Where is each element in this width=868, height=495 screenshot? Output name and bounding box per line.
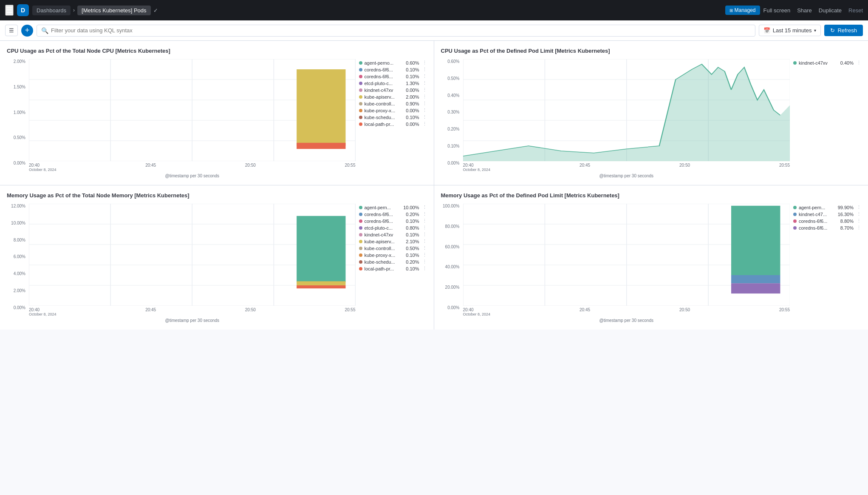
xaxis-item: 20:45 — [580, 307, 590, 316]
legend-value: 0.10% — [402, 74, 419, 79]
legend-item: agent-pern...99.90%⋮ — [793, 205, 861, 210]
legend-label: kube-schedu... — [365, 115, 399, 120]
legend-menu-icon[interactable]: ⋮ — [422, 87, 427, 93]
chart-area-cpu-pod: 0.60%0.50%0.40%0.30%0.20%0.10%0.00%20:40… — [441, 59, 862, 178]
refresh-button[interactable]: ↻ Refresh — [824, 25, 863, 36]
legend-item: agent-perno...0.60%⋮ — [359, 60, 427, 65]
legend-label: coredns-6f6... — [365, 74, 399, 79]
filter-toggle-button[interactable]: ☰ — [5, 25, 18, 36]
legend-label: kindnet-c47... — [799, 212, 833, 217]
chart-area-mem-pod: 100.00%80.00%60.00%40.00%20.00%0.00%20:4… — [441, 204, 862, 323]
chart-panel-mem-node: Memory Usage as Pct of the Total Node Me… — [0, 185, 434, 330]
search-input[interactable] — [51, 27, 751, 34]
share-button[interactable]: Share — [797, 7, 812, 14]
managed-icon: ⊞ — [729, 8, 733, 13]
legend-value: 2.10% — [402, 239, 419, 244]
legend-label: kube-controll... — [365, 101, 399, 106]
legend-menu-icon[interactable]: ⋮ — [857, 218, 861, 224]
breadcrumb-arrow: › — [73, 7, 75, 13]
xaxis-item: 20:50 — [679, 163, 690, 172]
legend-menu-icon[interactable]: ⋮ — [422, 80, 427, 86]
legend-menu-icon[interactable]: ⋮ — [422, 211, 427, 217]
legend-dot — [359, 68, 362, 71]
legend-menu-icon[interactable]: ⋮ — [422, 205, 427, 210]
legend-label: kube-apiserv... — [365, 94, 399, 100]
yaxis-mem-pod: 100.00%80.00%60.00%40.00%20.00%0.00% — [441, 204, 460, 323]
legend-label: coredns-6f6... — [799, 219, 833, 224]
legend-label: kindnet-c47xv — [365, 232, 399, 237]
legend-dot — [359, 233, 362, 236]
hamburger-menu[interactable]: ☰ — [5, 5, 14, 16]
legend-item: local-path-pr...0.00%⋮ — [359, 121, 427, 127]
legend-menu-icon[interactable]: ⋮ — [422, 60, 427, 65]
fullscreen-button[interactable]: Full screen — [763, 7, 791, 14]
legend-value: 0.90% — [402, 101, 419, 106]
chart-main-cpu-node: 20:40October 8, 202420:4520:5020:55@time… — [29, 59, 356, 178]
chart-main-cpu-pod: 20:40October 8, 202420:4520:5020:55@time… — [463, 59, 790, 178]
legend-menu-icon[interactable]: ⋮ — [857, 225, 861, 230]
legend-dot — [359, 260, 362, 264]
legend-dot — [359, 88, 362, 92]
legend-item: coredns-6f6...8.80%⋮ — [793, 218, 861, 224]
legend-menu-icon[interactable]: ⋮ — [857, 60, 861, 65]
legend-value: 0.00% — [402, 88, 419, 93]
legend-menu-icon[interactable]: ⋮ — [857, 205, 861, 210]
legend-label: kindnet-c47xv — [365, 88, 399, 93]
legend-menu-icon[interactable]: ⋮ — [422, 101, 427, 106]
legend-dot — [793, 61, 797, 65]
filter-add-button[interactable]: + — [21, 25, 33, 37]
svg-rect-50 — [731, 275, 780, 283]
duplicate-button[interactable]: Duplicate — [819, 7, 842, 14]
legend-menu-icon[interactable]: ⋮ — [422, 225, 427, 230]
legend-label: local-path-pr... — [365, 122, 399, 127]
legend-dot — [359, 82, 362, 85]
legend-menu-icon[interactable]: ⋮ — [422, 74, 427, 79]
time-picker[interactable]: 📅 Last 15 minutes ▾ — [759, 25, 821, 36]
legend-menu-icon[interactable]: ⋮ — [422, 252, 427, 258]
legend-menu-icon[interactable]: ⋮ — [422, 121, 427, 127]
legend-value: 2.00% — [402, 94, 419, 100]
legend-dot — [359, 253, 362, 257]
yaxis-cpu-node: 2.00%1.50%1.00%0.50%0.00% — [7, 59, 25, 178]
legend-value: 0.10% — [402, 232, 419, 237]
legend-dot — [359, 61, 362, 65]
legend-label: local-path-pr... — [365, 266, 399, 271]
legend-item: coredns-6f6...0.10%⋮ — [359, 74, 427, 79]
svg-rect-36 — [297, 281, 345, 285]
legend-value: 0.10% — [402, 266, 419, 271]
xaxis-mem-pod: 20:40October 8, 202420:4520:5020:55 — [463, 307, 790, 316]
legend-menu-icon[interactable]: ⋮ — [422, 108, 427, 113]
legend-menu-icon[interactable]: ⋮ — [422, 94, 427, 100]
legend-menu-icon[interactable]: ⋮ — [422, 67, 427, 72]
legend-mem-node: agent-pern...10.00%⋮coredns-6f6...0.20%⋮… — [359, 204, 427, 323]
legend-mem-pod: agent-pern...99.90%⋮kindnet-c47...16.30%… — [793, 204, 861, 323]
legend-item: kindnet-c47...16.30%⋮ — [793, 211, 861, 217]
reset-button[interactable]: Reset — [848, 7, 863, 14]
breadcrumb-dashboards[interactable]: Dashboards — [32, 6, 71, 15]
legend-dot — [359, 102, 362, 105]
xaxis-item: 20:40October 8, 2024 — [463, 307, 491, 316]
legend-item: coredns-6f6...8.70%⋮ — [793, 225, 861, 230]
legend-menu-icon[interactable]: ⋮ — [422, 114, 427, 120]
breadcrumb-current[interactable]: [Metrics Kubernetes] Pods — [77, 6, 150, 15]
legend-menu-icon[interactable]: ⋮ — [422, 266, 427, 271]
legend-menu-icon[interactable]: ⋮ — [857, 211, 861, 217]
xaxis-item: 20:40October 8, 2024 — [29, 307, 57, 316]
legend-value: 0.50% — [402, 246, 419, 251]
legend-menu-icon[interactable]: ⋮ — [422, 245, 427, 251]
chart-svg-cpu-node — [29, 59, 356, 161]
chart-title-mem-pod: Memory Usage as Pct of the Defined Pod L… — [441, 192, 862, 199]
legend-cpu-pod: kindnet-c47xv0.40%⋮ — [793, 59, 861, 178]
legend-item: agent-pern...10.00%⋮ — [359, 205, 427, 210]
chart-panel-cpu-pod: CPU Usage as Pct of the Defined Pod Limi… — [434, 41, 868, 185]
nav-actions: Full screen Share Duplicate Reset — [763, 7, 863, 14]
legend-label: coredns-6f6... — [365, 212, 399, 217]
legend-menu-icon[interactable]: ⋮ — [422, 218, 427, 224]
legend-menu-icon[interactable]: ⋮ — [422, 232, 427, 237]
legend-menu-icon[interactable]: ⋮ — [422, 239, 427, 244]
breadcrumb-check-icon[interactable]: ✓ — [153, 7, 158, 14]
legend-menu-icon[interactable]: ⋮ — [422, 259, 427, 265]
xaxis-item: 20:45 — [145, 307, 156, 316]
legend-cpu-node: agent-perno...0.60%⋮coredns-6f6...0.10%⋮… — [359, 59, 427, 178]
xaxis-mem-node: 20:40October 8, 202420:4520:5020:55 — [29, 307, 356, 316]
